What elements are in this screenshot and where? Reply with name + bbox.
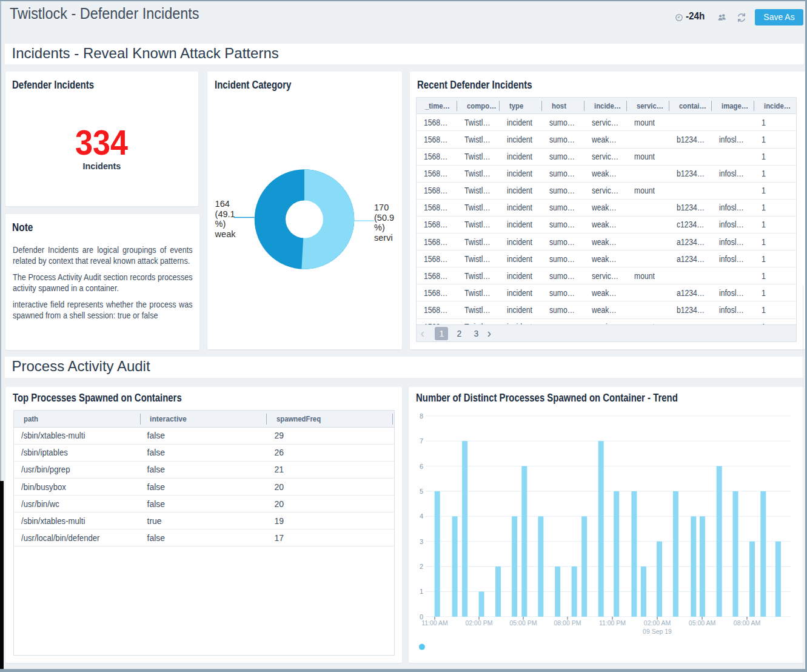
svg-text:08:00 AM: 08:00 AM	[734, 619, 760, 627]
svg-text:1: 1	[420, 588, 423, 595]
svg-text:4: 4	[420, 512, 423, 520]
svg-text:02:00 AM: 02:00 AM	[644, 619, 671, 627]
svg-text:5: 5	[420, 488, 423, 495]
svg-text:11:00 AM: 11:00 AM	[421, 619, 448, 627]
svg-text:08:00 PM: 08:00 PM	[554, 619, 581, 627]
svg-text:2: 2	[420, 563, 423, 570]
svg-text:05:00 AM: 05:00 AM	[689, 619, 715, 627]
svg-text:6: 6	[420, 463, 423, 470]
svg-text:7: 7	[420, 437, 423, 445]
svg-text:8: 8	[420, 412, 423, 420]
svg-text:09 Sep 19: 09 Sep 19	[643, 628, 672, 635]
svg-text:02:00 PM: 02:00 PM	[466, 619, 493, 627]
svg-text:05:00 PM: 05:00 PM	[510, 619, 537, 627]
svg-text:11:00 PM: 11:00 PM	[599, 619, 626, 627]
svg-text:3: 3	[420, 538, 423, 545]
